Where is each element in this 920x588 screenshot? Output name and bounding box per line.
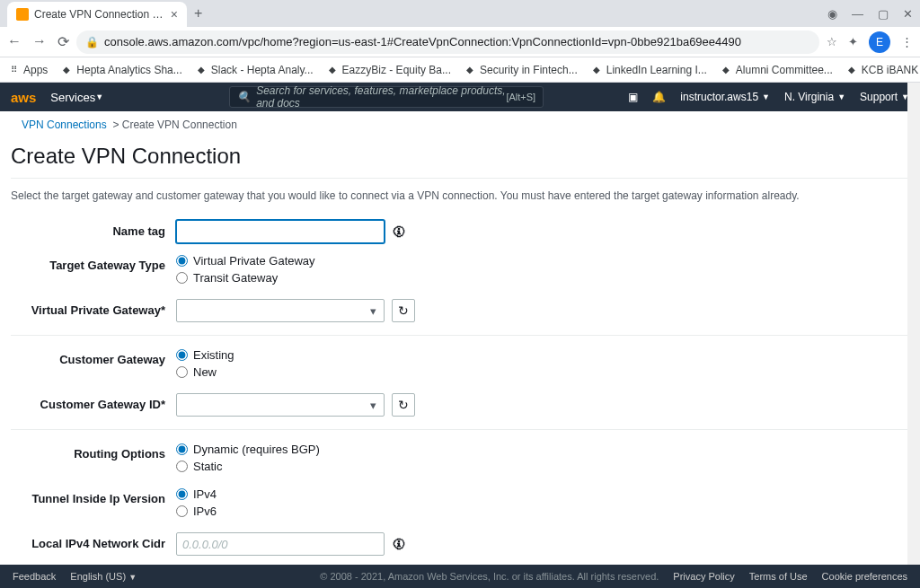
breadcrumb-link[interactable]: VPN Connections bbox=[22, 118, 107, 131]
language-menu[interactable]: English (US) ▼ bbox=[70, 571, 137, 582]
search-icon: 🔍 bbox=[237, 91, 251, 103]
breadcrumb: VPN Connections > Create VPN Connection bbox=[11, 111, 909, 138]
bookmark-item[interactable]: ◆KCB iBANK bbox=[845, 64, 918, 76]
minimize-button[interactable]: — bbox=[852, 7, 863, 21]
notifications-icon[interactable]: 🔔 bbox=[652, 91, 666, 103]
bookmark-item[interactable]: ◆Hepta Analytics Sha... bbox=[60, 64, 181, 76]
terms-link[interactable]: Terms of Use bbox=[749, 571, 808, 582]
cookie-link[interactable]: Cookie preferences bbox=[822, 571, 907, 582]
name-tag-input[interactable] bbox=[176, 220, 385, 243]
local-cidr-label: Local IPv4 Network Cidr bbox=[11, 532, 176, 550]
region-menu[interactable]: N. Virginia ▼ bbox=[784, 91, 845, 103]
breadcrumb-current: Create VPN Connection bbox=[122, 118, 237, 131]
close-window-button[interactable]: ✕ bbox=[903, 7, 913, 21]
main-content: VPN Connections > Create VPN Connection … bbox=[0, 111, 920, 565]
aws-search-input[interactable]: 🔍 Search for services, features, marketp… bbox=[229, 86, 544, 108]
bookmark-item[interactable]: ◆EazzyBiz - Equity Ba... bbox=[326, 64, 451, 76]
svg-rect-0 bbox=[16, 8, 29, 21]
page-title: Create VPN Connection bbox=[11, 144, 909, 169]
url-text: console.aws.amazon.com/vpc/home?region=u… bbox=[104, 35, 741, 48]
url-input[interactable]: 🔒 console.aws.amazon.com/vpc/home?region… bbox=[76, 31, 819, 54]
customer-gateway-id-label: Customer Gateway ID* bbox=[11, 393, 176, 411]
search-shortcut: [Alt+S] bbox=[506, 92, 535, 102]
radio-routing-static[interactable]: Static bbox=[176, 460, 320, 473]
bookmark-icon: ◆ bbox=[195, 64, 208, 76]
bookmark-icon: ◆ bbox=[60, 64, 73, 76]
info-icon[interactable]: 🛈 bbox=[392, 224, 406, 239]
bookmarks-bar: ⠿Apps ◆Hepta Analytics Sha... ◆Slack - H… bbox=[0, 57, 920, 83]
radio-ipv4[interactable]: IPv4 bbox=[176, 487, 217, 501]
reload-button[interactable]: ⟳ bbox=[58, 33, 69, 50]
radio-cgw-new[interactable]: New bbox=[176, 365, 234, 379]
vpg-label: Virtual Private Gateway* bbox=[11, 299, 176, 317]
maximize-button[interactable]: ▢ bbox=[878, 7, 889, 21]
apps-icon: ⠿ bbox=[7, 64, 20, 76]
browser-tab[interactable]: Create VPN Connection | VPC M... × bbox=[7, 2, 187, 27]
lock-icon: 🔒 bbox=[85, 36, 99, 48]
browser-tab-bar: Create VPN Connection | VPC M... × + ◉ —… bbox=[0, 0, 920, 27]
scrollbar[interactable] bbox=[907, 83, 920, 565]
radio-transit-gateway[interactable]: Transit Gateway bbox=[176, 271, 315, 285]
radio-cgw-existing[interactable]: Existing bbox=[176, 348, 234, 362]
feedback-link[interactable]: Feedback bbox=[13, 571, 56, 582]
bookmark-icon: ◆ bbox=[845, 64, 858, 76]
page-description: Select the target gateway and customer g… bbox=[11, 189, 909, 202]
support-menu[interactable]: Support ▼ bbox=[860, 91, 909, 103]
record-icon[interactable]: ◉ bbox=[827, 7, 837, 21]
tab-title: Create VPN Connection | VPC M... bbox=[34, 8, 165, 21]
profile-avatar[interactable]: E bbox=[869, 31, 890, 53]
local-cidr-input[interactable] bbox=[176, 532, 385, 556]
target-gateway-type-label: Target Gateway Type bbox=[11, 254, 176, 272]
tunnel-ip-version-label: Tunnel Inside Ip Version bbox=[11, 487, 176, 505]
search-placeholder: Search for services, features, marketpla… bbox=[256, 84, 506, 110]
cgw-refresh-button[interactable]: ↻ bbox=[392, 393, 415, 417]
bookmark-icon: ◆ bbox=[464, 64, 476, 76]
bookmark-item[interactable]: ◆Alumni Committee... bbox=[720, 64, 833, 76]
refresh-icon: ↻ bbox=[398, 398, 409, 412]
back-button[interactable]: ← bbox=[7, 33, 22, 50]
bookmark-icon: ◆ bbox=[590, 64, 603, 76]
bookmark-icon: ◆ bbox=[720, 64, 732, 76]
bookmark-item[interactable]: ◆Slack - Hepta Analy... bbox=[195, 64, 314, 76]
name-tag-label: Name tag bbox=[11, 220, 176, 238]
bookmark-item[interactable]: ◆Security in Fintech... bbox=[464, 64, 578, 76]
new-tab-button[interactable]: + bbox=[194, 5, 202, 22]
address-bar: ← → ⟳ 🔒 console.aws.amazon.com/vpc/home?… bbox=[0, 27, 920, 57]
customer-gateway-id-select[interactable] bbox=[176, 393, 385, 417]
radio-virtual-private-gateway[interactable]: Virtual Private Gateway bbox=[176, 254, 315, 268]
console-footer: Feedback English (US) ▼ © 2008 - 2021, A… bbox=[0, 565, 920, 588]
services-menu[interactable]: Services ▼ bbox=[50, 91, 103, 104]
bookmark-item[interactable]: ◆LinkedIn Learning I... bbox=[590, 64, 707, 76]
radio-ipv6[interactable]: IPv6 bbox=[176, 505, 217, 518]
vpg-refresh-button[interactable]: ↻ bbox=[392, 299, 415, 322]
radio-routing-dynamic[interactable]: Dynamic (requires BGP) bbox=[176, 443, 320, 456]
privacy-link[interactable]: Privacy Policy bbox=[673, 571, 734, 582]
tab-close-icon[interactable]: × bbox=[171, 7, 178, 22]
apps-button[interactable]: ⠿Apps bbox=[7, 64, 48, 76]
forward-button[interactable]: → bbox=[32, 33, 47, 50]
extensions-icon[interactable]: ✦ bbox=[848, 35, 858, 48]
tab-favicon-icon bbox=[16, 8, 29, 21]
refresh-icon: ↻ bbox=[398, 303, 409, 318]
customer-gateway-label: Customer Gateway bbox=[11, 348, 176, 366]
routing-options-label: Routing Options bbox=[11, 443, 176, 461]
menu-icon[interactable]: ⋮ bbox=[901, 35, 913, 48]
cloudshell-icon[interactable]: ▣ bbox=[628, 91, 638, 103]
star-bookmark-icon[interactable]: ☆ bbox=[827, 35, 837, 48]
account-menu[interactable]: instructor.aws15 ▼ bbox=[680, 91, 770, 103]
info-icon[interactable]: 🛈 bbox=[392, 537, 406, 551]
vpg-select[interactable] bbox=[176, 299, 385, 322]
aws-console-header: aws Services ▼ 🔍 Search for services, fe… bbox=[0, 83, 920, 111]
bookmark-icon: ◆ bbox=[326, 64, 339, 76]
copyright-text: © 2008 - 2021, Amazon Web Services, Inc.… bbox=[320, 571, 659, 582]
aws-logo[interactable]: aws bbox=[11, 90, 36, 105]
